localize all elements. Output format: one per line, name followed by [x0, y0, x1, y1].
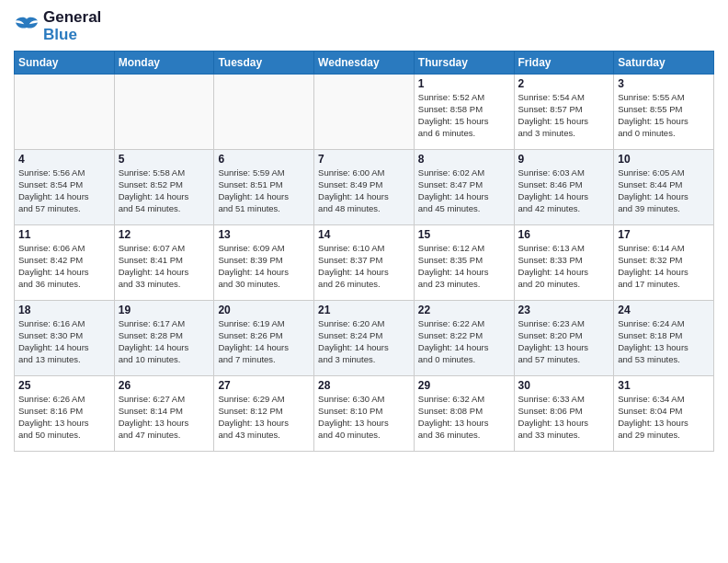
page-header: General Blue: [14, 9, 714, 43]
day-info: Sunrise: 6:22 AM Sunset: 8:22 PM Dayligh…: [418, 318, 510, 365]
day-info: Sunrise: 6:34 AM Sunset: 8:04 PM Dayligh…: [618, 394, 710, 441]
day-info: Sunrise: 6:14 AM Sunset: 8:32 PM Dayligh…: [618, 243, 710, 290]
day-info: Sunrise: 6:33 AM Sunset: 8:06 PM Dayligh…: [518, 394, 610, 441]
logo: General Blue: [14, 9, 101, 43]
calendar-week-row: 1Sunrise: 5:52 AM Sunset: 8:58 PM Daylig…: [15, 75, 714, 150]
day-number: 21: [318, 304, 410, 316]
day-number: 25: [18, 379, 110, 392]
calendar-day: 19Sunrise: 6:17 AM Sunset: 8:28 PM Dayli…: [114, 301, 214, 376]
day-info: Sunrise: 6:17 AM Sunset: 8:28 PM Dayligh…: [119, 318, 210, 365]
calendar-day: 23Sunrise: 6:23 AM Sunset: 8:20 PM Dayli…: [514, 301, 614, 376]
day-info: Sunrise: 5:54 AM Sunset: 8:57 PM Dayligh…: [518, 92, 610, 139]
calendar-day: [314, 75, 415, 150]
calendar-day: 5Sunrise: 5:58 AM Sunset: 8:52 PM Daylig…: [114, 150, 214, 225]
day-info: Sunrise: 5:56 AM Sunset: 8:54 PM Dayligh…: [18, 167, 110, 214]
day-number: 2: [518, 77, 610, 90]
day-info: Sunrise: 5:52 AM Sunset: 8:58 PM Dayligh…: [418, 92, 510, 139]
calendar-week-row: 25Sunrise: 6:26 AM Sunset: 8:16 PM Dayli…: [15, 376, 714, 452]
calendar-day: 14Sunrise: 6:10 AM Sunset: 8:37 PM Dayli…: [314, 225, 415, 301]
calendar-day: 16Sunrise: 6:13 AM Sunset: 8:33 PM Dayli…: [514, 225, 614, 301]
day-info: Sunrise: 6:29 AM Sunset: 8:12 PM Dayligh…: [218, 394, 310, 441]
day-info: Sunrise: 5:55 AM Sunset: 8:55 PM Dayligh…: [618, 92, 710, 139]
calendar-week-row: 11Sunrise: 6:06 AM Sunset: 8:42 PM Dayli…: [15, 225, 714, 301]
day-number: 18: [18, 304, 110, 316]
calendar-day: [214, 75, 314, 150]
day-info: Sunrise: 6:30 AM Sunset: 8:10 PM Dayligh…: [318, 394, 410, 441]
calendar-day: 30Sunrise: 6:33 AM Sunset: 8:06 PM Dayli…: [514, 376, 614, 452]
calendar-day: 12Sunrise: 6:07 AM Sunset: 8:41 PM Dayli…: [114, 225, 214, 301]
day-number: 19: [119, 304, 210, 316]
calendar-header-tuesday: Tuesday: [214, 52, 314, 75]
day-number: 13: [218, 228, 310, 241]
day-number: 16: [518, 228, 610, 241]
calendar-day: 26Sunrise: 6:27 AM Sunset: 8:14 PM Dayli…: [114, 376, 214, 452]
calendar-header-friday: Friday: [514, 52, 614, 75]
day-info: Sunrise: 6:02 AM Sunset: 8:47 PM Dayligh…: [418, 167, 510, 214]
day-info: Sunrise: 5:58 AM Sunset: 8:52 PM Dayligh…: [119, 167, 210, 214]
calendar-day: 2Sunrise: 5:54 AM Sunset: 8:57 PM Daylig…: [514, 75, 614, 150]
calendar-day: 9Sunrise: 6:03 AM Sunset: 8:46 PM Daylig…: [514, 150, 614, 225]
calendar-day: [114, 75, 214, 150]
day-number: 10: [618, 153, 710, 166]
calendar-day: 18Sunrise: 6:16 AM Sunset: 8:30 PM Dayli…: [15, 301, 115, 376]
calendar-day: 10Sunrise: 6:05 AM Sunset: 8:44 PM Dayli…: [614, 150, 714, 225]
day-info: Sunrise: 6:24 AM Sunset: 8:18 PM Dayligh…: [618, 318, 710, 365]
calendar-day: 27Sunrise: 6:29 AM Sunset: 8:12 PM Dayli…: [214, 376, 314, 452]
calendar-day: 8Sunrise: 6:02 AM Sunset: 8:47 PM Daylig…: [414, 150, 514, 225]
day-info: Sunrise: 6:23 AM Sunset: 8:20 PM Dayligh…: [518, 318, 610, 365]
day-number: 11: [18, 228, 110, 241]
calendar-day: 3Sunrise: 5:55 AM Sunset: 8:55 PM Daylig…: [614, 75, 714, 150]
day-number: 8: [418, 153, 510, 166]
day-number: 6: [218, 153, 310, 166]
calendar-day: 29Sunrise: 6:32 AM Sunset: 8:08 PM Dayli…: [414, 376, 514, 452]
day-number: 28: [318, 379, 410, 392]
day-number: 31: [618, 379, 710, 392]
calendar-day: [15, 75, 115, 150]
day-number: 30: [518, 379, 610, 392]
calendar-day: 20Sunrise: 6:19 AM Sunset: 8:26 PM Dayli…: [214, 301, 314, 376]
calendar-day: 28Sunrise: 6:30 AM Sunset: 8:10 PM Dayli…: [314, 376, 415, 452]
calendar-day: 4Sunrise: 5:56 AM Sunset: 8:54 PM Daylig…: [15, 150, 115, 225]
calendar-day: 17Sunrise: 6:14 AM Sunset: 8:32 PM Dayli…: [614, 225, 714, 301]
calendar-day: 31Sunrise: 6:34 AM Sunset: 8:04 PM Dayli…: [614, 376, 714, 452]
calendar-day: 21Sunrise: 6:20 AM Sunset: 8:24 PM Dayli…: [314, 301, 415, 376]
day-number: 23: [518, 304, 610, 316]
day-number: 14: [318, 228, 410, 241]
calendar-header-wednesday: Wednesday: [314, 52, 415, 75]
calendar-day: 13Sunrise: 6:09 AM Sunset: 8:39 PM Dayli…: [214, 225, 314, 301]
logo-icon: [14, 16, 40, 38]
day-info: Sunrise: 5:59 AM Sunset: 8:51 PM Dayligh…: [218, 167, 310, 214]
day-number: 9: [518, 153, 610, 166]
day-number: 20: [218, 304, 310, 316]
day-info: Sunrise: 6:03 AM Sunset: 8:46 PM Dayligh…: [518, 167, 610, 214]
calendar-header-monday: Monday: [114, 52, 214, 75]
calendar-day: 25Sunrise: 6:26 AM Sunset: 8:16 PM Dayli…: [15, 376, 115, 452]
calendar-header-thursday: Thursday: [414, 52, 514, 75]
day-number: 3: [618, 77, 710, 90]
day-number: 24: [618, 304, 710, 316]
calendar-day: 1Sunrise: 5:52 AM Sunset: 8:58 PM Daylig…: [414, 75, 514, 150]
day-info: Sunrise: 6:27 AM Sunset: 8:14 PM Dayligh…: [119, 394, 210, 441]
day-number: 27: [218, 379, 310, 392]
day-info: Sunrise: 6:07 AM Sunset: 8:41 PM Dayligh…: [119, 243, 210, 290]
day-info: Sunrise: 6:06 AM Sunset: 8:42 PM Dayligh…: [18, 243, 110, 290]
day-info: Sunrise: 6:20 AM Sunset: 8:24 PM Dayligh…: [318, 318, 410, 365]
day-info: Sunrise: 6:05 AM Sunset: 8:44 PM Dayligh…: [618, 167, 710, 214]
calendar-day: 11Sunrise: 6:06 AM Sunset: 8:42 PM Dayli…: [15, 225, 115, 301]
calendar-day: 15Sunrise: 6:12 AM Sunset: 8:35 PM Dayli…: [414, 225, 514, 301]
day-info: Sunrise: 6:09 AM Sunset: 8:39 PM Dayligh…: [218, 243, 310, 290]
calendar-day: 7Sunrise: 6:00 AM Sunset: 8:49 PM Daylig…: [314, 150, 415, 225]
day-info: Sunrise: 6:10 AM Sunset: 8:37 PM Dayligh…: [318, 243, 410, 290]
calendar-day: 24Sunrise: 6:24 AM Sunset: 8:18 PM Dayli…: [614, 301, 714, 376]
calendar-table: SundayMondayTuesdayWednesdayThursdayFrid…: [14, 51, 714, 452]
calendar-header-row: SundayMondayTuesdayWednesdayThursdayFrid…: [15, 52, 714, 75]
logo-text-blue: Blue: [43, 27, 101, 44]
day-number: 1: [418, 77, 510, 90]
calendar-week-row: 4Sunrise: 5:56 AM Sunset: 8:54 PM Daylig…: [15, 150, 714, 225]
day-info: Sunrise: 6:13 AM Sunset: 8:33 PM Dayligh…: [518, 243, 610, 290]
day-info: Sunrise: 6:32 AM Sunset: 8:08 PM Dayligh…: [418, 394, 510, 441]
calendar-header-saturday: Saturday: [614, 52, 714, 75]
day-info: Sunrise: 6:26 AM Sunset: 8:16 PM Dayligh…: [18, 394, 110, 441]
calendar-header-sunday: Sunday: [15, 52, 115, 75]
calendar-day: 6Sunrise: 5:59 AM Sunset: 8:51 PM Daylig…: [214, 150, 314, 225]
